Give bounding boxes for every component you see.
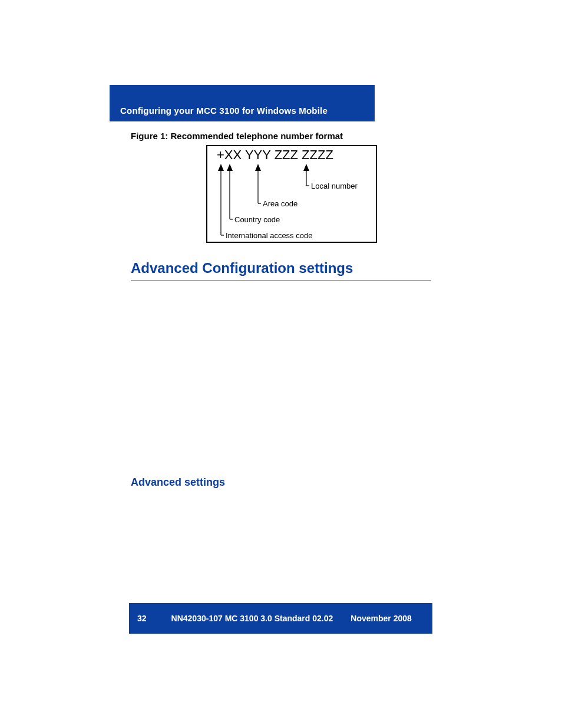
svg-marker-3 bbox=[303, 164, 309, 171]
label-local: Local number bbox=[311, 182, 358, 190]
format-text: +XX YYY ZZZ ZZZZ bbox=[217, 147, 333, 162]
arrowhead-zzzz-icon bbox=[303, 164, 309, 171]
svg-marker-0 bbox=[218, 164, 224, 171]
footer-date: November 2008 bbox=[351, 614, 412, 623]
svg-marker-1 bbox=[227, 164, 233, 171]
phone-format-diagram: +XX YYY ZZZ ZZZZ Local number Area code … bbox=[206, 145, 377, 243]
arrowhead-plus-icon bbox=[218, 164, 224, 171]
header-bar: Configuring your MCC 3100 for Windows Mo… bbox=[110, 85, 375, 121]
figure-caption: Figure 1: Recommended telephone number f… bbox=[131, 131, 343, 141]
label-intl: International access code bbox=[226, 231, 312, 240]
label-country: Country code bbox=[234, 215, 280, 224]
diagram-svg: +XX YYY ZZZ ZZZZ Local number Area code … bbox=[207, 146, 376, 242]
document-page: Configuring your MCC 3100 for Windows Mo… bbox=[0, 0, 562, 728]
header-title: Configuring your MCC 3100 for Windows Mo… bbox=[120, 106, 328, 116]
footer-doc-id: NN42030-107 MC 3100 3.0 Standard 02.02 bbox=[171, 614, 333, 623]
arrowhead-xx-icon bbox=[227, 164, 233, 171]
footer-page-number: 32 bbox=[137, 614, 147, 623]
svg-marker-2 bbox=[255, 164, 261, 171]
section-heading: Advanced Configuration settings bbox=[131, 260, 431, 281]
section-subheading: Advanced settings bbox=[131, 476, 225, 489]
arrowhead-yyy-icon bbox=[255, 164, 261, 171]
footer-bar: 32 NN42030-107 MC 3100 3.0 Standard 02.0… bbox=[129, 603, 432, 634]
label-area: Area code bbox=[263, 199, 297, 208]
